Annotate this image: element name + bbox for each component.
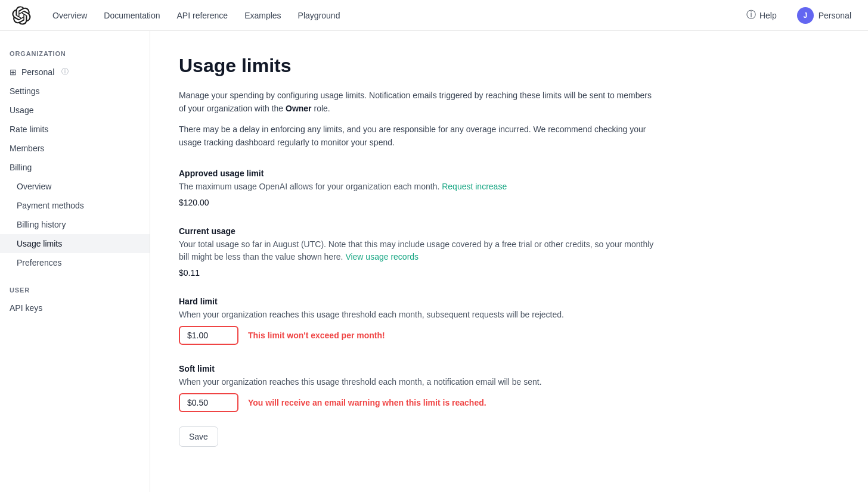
logo-icon[interactable] — [12, 6, 31, 25]
request-increase-link[interactable]: Request increase — [442, 182, 507, 191]
billing-label: Billing — [10, 163, 32, 172]
current-usage-section: Current usage Your total usage so far in… — [179, 226, 658, 278]
current-usage-value: $0.11 — [179, 268, 658, 278]
view-usage-records-link[interactable]: View usage records — [345, 252, 418, 261]
billing-history-label: Billing history — [17, 220, 66, 229]
sidebar-item-usage[interactable]: Usage — [0, 101, 150, 120]
help-label: Help — [760, 11, 777, 20]
approved-limit-desc: The maximum usage OpenAI allows for your… — [179, 180, 658, 193]
top-nav: Overview Documentation API reference Exa… — [0, 0, 868, 31]
avatar: J — [797, 7, 814, 24]
main-content: Usage limits Manage your spending by con… — [150, 31, 687, 492]
description-2: There may be a delay in enforcing any li… — [179, 123, 658, 150]
user-section-label: USER — [0, 287, 150, 298]
nav-api-reference[interactable]: API reference — [170, 7, 235, 24]
nav-playground[interactable]: Playground — [291, 7, 348, 24]
soft-limit-input[interactable] — [179, 393, 238, 412]
sidebar-item-billing-history[interactable]: Billing history — [0, 215, 150, 234]
billing-overview-label: Overview — [17, 182, 51, 191]
sidebar-item-settings[interactable]: Settings — [0, 82, 150, 101]
current-usage-title: Current usage — [179, 226, 658, 236]
personal-org-label: Personal — [21, 67, 54, 77]
grid-icon: ⊞ — [10, 67, 17, 77]
approved-limit-title: Approved usage limit — [179, 169, 658, 178]
payment-methods-label: Payment methods — [17, 201, 84, 210]
soft-limit-section: Soft limit When your organization reache… — [179, 364, 658, 412]
sidebar-item-usage-limits[interactable]: Usage limits — [0, 234, 150, 253]
info-icon: ⓘ — [61, 67, 69, 77]
sidebar-item-api-keys[interactable]: API keys — [0, 298, 150, 317]
hard-limit-input-row: This limit won't exceed per month! — [179, 326, 658, 345]
sidebar-item-preferences[interactable]: Preferences — [0, 253, 150, 272]
settings-label: Settings — [10, 86, 40, 96]
help-circle-icon: ⓘ — [746, 9, 756, 21]
sidebar-item-billing-overview[interactable]: Overview — [0, 177, 150, 196]
nav-examples[interactable]: Examples — [237, 7, 288, 24]
api-keys-label: API keys — [10, 303, 42, 313]
sidebar: ORGANIZATION ⊞ Personal ⓘ Settings Usage… — [0, 31, 150, 492]
nav-links: Overview Documentation API reference Exa… — [45, 7, 740, 24]
soft-limit-title: Soft limit — [179, 364, 658, 373]
hard-limit-desc: When your organization reaches this usag… — [179, 309, 658, 321]
help-button[interactable]: ⓘ Help — [740, 5, 783, 25]
description-1: Manage your spending by configuring usag… — [179, 89, 658, 116]
current-usage-desc: Your total usage so far in August (UTC).… — [179, 238, 658, 263]
sidebar-item-payment-methods[interactable]: Payment methods — [0, 196, 150, 215]
personal-label: Personal — [819, 11, 851, 20]
hard-limit-title: Hard limit — [179, 297, 658, 306]
hard-limit-warning: This limit won't exceed per month! — [248, 331, 385, 340]
nav-documentation[interactable]: Documentation — [97, 7, 167, 24]
hard-limit-section: Hard limit When your organization reache… — [179, 297, 658, 345]
rate-limits-label: Rate limits — [10, 124, 48, 134]
layout: ORGANIZATION ⊞ Personal ⓘ Settings Usage… — [0, 31, 868, 492]
nav-overview[interactable]: Overview — [45, 7, 94, 24]
personal-menu[interactable]: J Personal — [792, 5, 856, 26]
org-section-label: ORGANIZATION — [0, 50, 150, 62]
preferences-label: Preferences — [17, 258, 61, 267]
hard-limit-input[interactable] — [179, 326, 238, 345]
sidebar-item-personal[interactable]: ⊞ Personal ⓘ — [0, 62, 150, 82]
usage-limits-label: Usage limits — [17, 239, 62, 248]
soft-limit-warning: You will receive an email warning when t… — [248, 398, 486, 407]
soft-limit-desc: When your organization reaches this usag… — [179, 376, 658, 388]
save-button[interactable]: Save — [179, 426, 218, 447]
sidebar-item-rate-limits[interactable]: Rate limits — [0, 120, 150, 139]
nav-right: ⓘ Help J Personal — [740, 5, 856, 26]
page-title: Usage limits — [179, 55, 658, 77]
sidebar-item-members[interactable]: Members — [0, 139, 150, 158]
soft-limit-input-row: You will receive an email warning when t… — [179, 393, 658, 412]
approved-limit-section: Approved usage limit The maximum usage O… — [179, 169, 658, 207]
sidebar-item-billing[interactable]: Billing — [0, 158, 150, 177]
members-label: Members — [10, 144, 44, 153]
approved-limit-value: $120.00 — [179, 198, 658, 207]
usage-label: Usage — [10, 105, 33, 115]
